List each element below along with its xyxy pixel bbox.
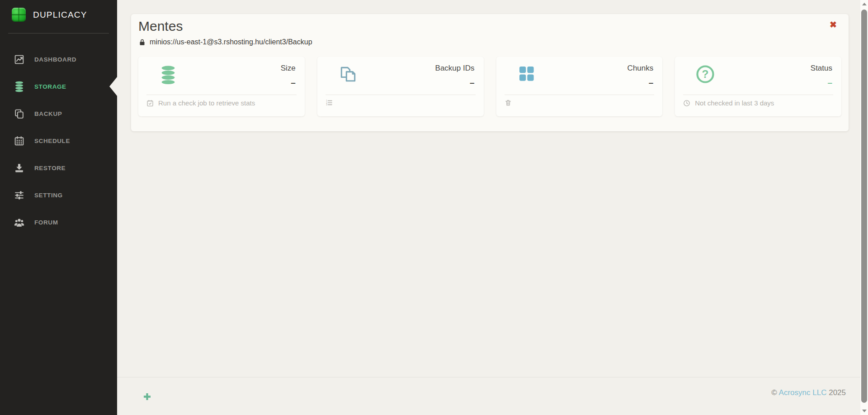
copyright-symbol: © (771, 388, 777, 397)
sidebar-item-label: STORAGE (34, 83, 66, 90)
copy-files-icon (338, 65, 358, 86)
ordered-list-icon[interactable]: 123 (326, 99, 333, 106)
database-icon (159, 65, 177, 87)
duplicacy-logo-icon (12, 8, 26, 22)
svg-text:?: ? (702, 68, 709, 80)
calendar-icon (13, 135, 25, 147)
sidebar-item-schedule[interactable]: SCHEDULE (0, 127, 117, 154)
sliders-icon (13, 189, 25, 201)
svg-text:3: 3 (326, 104, 327, 106)
stat-footer: Not checked in last 3 days (675, 95, 841, 111)
stat-label: Size (281, 64, 296, 73)
stat-value: – (435, 78, 475, 88)
main-content: Mentes ✖ minios://us-east-1@s3.rshosting… (117, 0, 860, 415)
sidebar: DUPLICACY DASHBOARD (0, 0, 117, 415)
stat-footer: 123 (317, 95, 484, 110)
trash-icon[interactable] (505, 99, 512, 106)
stat-label: Status (811, 64, 832, 73)
sidebar-brand-divider (8, 33, 109, 33)
copy-icon (13, 108, 25, 119)
page-title: Mentes (138, 19, 183, 34)
lock-icon (139, 38, 146, 46)
storage-card: Mentes ✖ minios://us-east-1@s3.rshosting… (131, 14, 849, 131)
stat-value: – (627, 78, 654, 88)
app-name: DUPLICACY (33, 10, 87, 20)
scroll-down-arrow-icon[interactable] (862, 410, 867, 412)
sidebar-item-storage[interactable]: STORAGE (0, 73, 117, 100)
stat-footer (496, 95, 663, 110)
stat-label: Chunks (627, 64, 654, 73)
scroll-up-arrow-icon[interactable] (862, 3, 867, 5)
scrollbar-thumb[interactable] (861, 10, 867, 403)
sidebar-item-backup[interactable]: BACKUP (0, 100, 117, 127)
stat-footer-text: Run a check job to retrieve stats (158, 99, 255, 107)
sidebar-item-forum[interactable]: FORUM (0, 209, 117, 236)
question-circle-icon: ? (696, 65, 715, 86)
sidebar-item-label: DASHBOARD (34, 56, 76, 63)
storage-url-row: minios://us-east-1@s3.rshosting.hu/clien… (139, 38, 312, 46)
sidebar-item-restore[interactable]: RESTORE (0, 154, 117, 181)
active-indicator (109, 77, 117, 96)
stat-card-status: ? Status – Not ch (675, 57, 841, 116)
add-storage-button[interactable] (143, 392, 151, 401)
stat-card-backup-ids: Backup IDs – 123 (317, 57, 484, 116)
sidebar-item-label: RESTORE (34, 165, 66, 172)
clock-icon (683, 100, 690, 107)
sidebar-item-label: SETTING (34, 192, 63, 199)
copyright-year: 2025 (829, 388, 846, 397)
brand: DUPLICACY (0, 0, 117, 22)
storage-url: minios://us-east-1@s3.rshosting.hu/clien… (150, 38, 312, 46)
close-button[interactable]: ✖ (830, 20, 837, 29)
database-icon (13, 81, 25, 92)
chart-line-icon (13, 53, 25, 65)
footer-divider (117, 377, 860, 377)
stat-footer-text: Not checked in last 3 days (695, 99, 774, 107)
stat-value: – (811, 78, 832, 88)
calendar-check-icon (146, 100, 154, 107)
stat-label: Backup IDs (435, 64, 475, 73)
grid-icon (517, 65, 535, 84)
copyright: © Acrosync LLC 2025 (771, 388, 846, 397)
sidebar-item-dashboard[interactable]: DASHBOARD (0, 46, 117, 73)
sidebar-item-label: BACKUP (34, 110, 62, 117)
sidebar-nav: DASHBOARD STORAGE (0, 46, 117, 236)
stat-footer: Run a check job to retrieve stats (138, 95, 305, 111)
sidebar-item-label: SCHEDULE (34, 138, 70, 144)
sidebar-item-setting[interactable]: SETTING (0, 181, 117, 209)
stats-row: Size – Run a check job to retrieve stats (138, 57, 841, 116)
users-icon (13, 216, 25, 228)
stat-card-size: Size – Run a check job to retrieve stats (138, 57, 305, 116)
acrosync-link[interactable]: Acrosync LLC (779, 388, 827, 397)
stat-value: – (281, 78, 296, 88)
stat-card-chunks: Chunks – (496, 57, 663, 116)
download-icon (13, 162, 25, 174)
scrollbar[interactable] (860, 0, 868, 415)
duplicacy-app: DUPLICACY DASHBOARD (0, 0, 868, 415)
sidebar-item-label: FORUM (34, 219, 58, 226)
plus-icon (143, 392, 151, 401)
